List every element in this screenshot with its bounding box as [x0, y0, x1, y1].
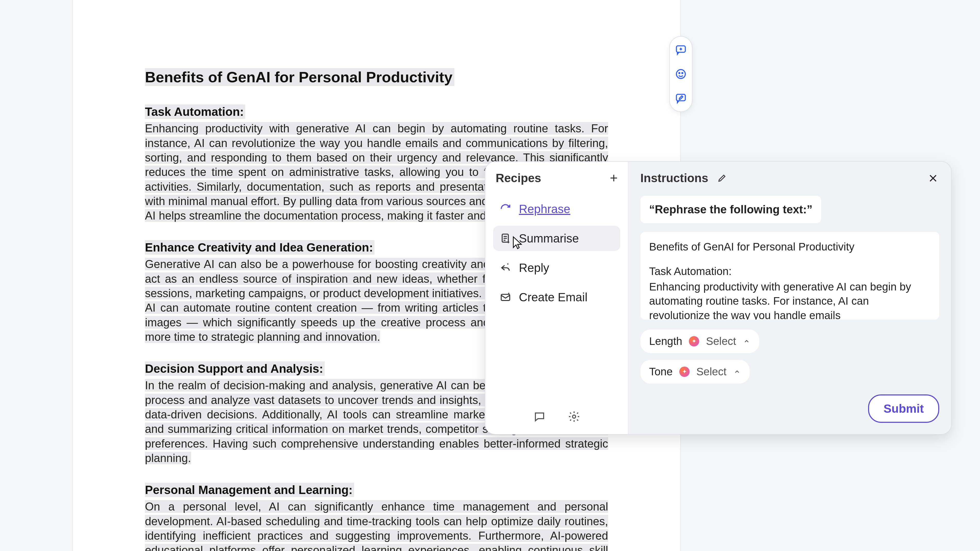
- close-panel-button[interactable]: [927, 172, 939, 185]
- section-body: On a personal level, AI can significantl…: [145, 499, 608, 551]
- svg-rect-6: [501, 294, 510, 301]
- recipe-label: Create Email: [519, 290, 587, 304]
- context-preview[interactable]: Benefits of GenAI for Personal Productiv…: [640, 232, 939, 320]
- svg-point-2: [679, 72, 680, 73]
- param-label: Tone: [649, 366, 673, 378]
- document-sparkle-icon: [499, 232, 512, 245]
- recipe-create-email[interactable]: Create Email: [493, 285, 620, 310]
- tone-selector[interactable]: Tone Select: [640, 360, 750, 384]
- sparkle-icon: [689, 336, 699, 346]
- section-heading: Personal Management and Learning:: [145, 483, 354, 497]
- length-selector[interactable]: Length Select: [640, 330, 759, 353]
- context-body: Enhancing productivity with generative A…: [649, 280, 931, 320]
- param-label: Length: [649, 335, 682, 347]
- svg-point-7: [573, 415, 576, 418]
- param-value: Select: [706, 335, 736, 347]
- recipe-rephrase[interactable]: Rephrase: [493, 196, 620, 221]
- param-row: Tone Select: [640, 360, 939, 384]
- instructions-title: Instructions: [640, 171, 708, 185]
- recipe-list: Rephrase Summarise Reply: [485, 190, 628, 310]
- ai-panel: Recipes + Rephrase Summarise: [485, 161, 951, 435]
- mail-sparkle-icon: [499, 290, 512, 304]
- prompt-text: “Rephrase the following text:”: [640, 196, 821, 223]
- chat-button[interactable]: [532, 409, 547, 424]
- recipe-reply[interactable]: Reply: [493, 255, 620, 280]
- param-value: Select: [696, 366, 727, 378]
- context-title: Benefits of GenAI for Personal Productiv…: [649, 240, 931, 254]
- submit-button[interactable]: Submit: [868, 395, 939, 423]
- svg-rect-4: [676, 94, 686, 101]
- param-row: Length Select: [640, 330, 939, 353]
- comment-toolbar: [669, 36, 692, 112]
- chevron-up-icon: [743, 338, 751, 345]
- section-heading: Task Automation:: [145, 105, 245, 119]
- instructions-column: Instructions “Rephrase the following tex…: [628, 162, 951, 434]
- edit-instructions-button[interactable]: [716, 172, 728, 184]
- recipes-title: Recipes: [496, 171, 541, 185]
- chevron-up-icon: [733, 368, 741, 376]
- recipe-label: Rephrase: [519, 202, 570, 216]
- suggest-edit-button[interactable]: [674, 91, 688, 105]
- recipe-label: Reply: [519, 261, 549, 275]
- reply-sparkle-icon: [499, 261, 512, 274]
- refresh-icon: [499, 202, 512, 216]
- section-heading: Enhance Creativity and Idea Generation:: [145, 240, 374, 255]
- instructions-header: Instructions: [640, 171, 939, 185]
- sparkle-icon: [679, 366, 690, 377]
- svg-point-1: [676, 70, 686, 79]
- document-title: Benefits of GenAI for Personal Productiv…: [145, 68, 454, 86]
- add-comment-button[interactable]: [674, 43, 688, 57]
- context-subheading: Task Automation:: [649, 264, 931, 278]
- doc-section: Personal Management and Learning: On a p…: [145, 483, 608, 551]
- recipes-column: Recipes + Rephrase Summarise: [485, 162, 628, 434]
- recipe-summarise[interactable]: Summarise: [493, 226, 620, 251]
- add-recipe-button[interactable]: +: [610, 171, 618, 185]
- settings-button[interactable]: [567, 409, 581, 424]
- section-heading: Decision Support and Analysis:: [145, 361, 325, 376]
- recipes-footer: [485, 409, 628, 434]
- recipes-header: Recipes +: [485, 162, 628, 190]
- svg-point-3: [682, 72, 683, 73]
- emoji-button[interactable]: [674, 67, 688, 81]
- recipe-label: Summarise: [519, 231, 579, 245]
